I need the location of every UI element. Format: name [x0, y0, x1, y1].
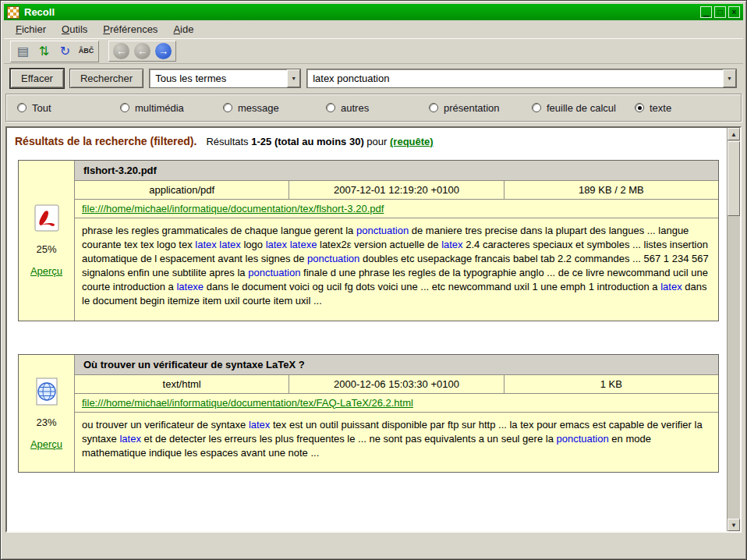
result-side-panel: 23%Aperçu: [19, 355, 75, 473]
result-url-row: file:///home/michael/informatique/docume…: [75, 200, 718, 218]
search-row: Effacer Rechercher Tous les termes ▼ ▼: [4, 64, 743, 92]
highlighted-term: ponctuation: [356, 225, 409, 236]
filter-label-tout: Tout: [32, 102, 51, 114]
result-url-link[interactable]: file:///home/michael/informatique/docume…: [82, 397, 413, 409]
result-main: flshort-3.20.pdfapplication/pdf2007-12-0…: [75, 161, 718, 321]
minimize-button[interactable]: ▁: [700, 6, 712, 18]
abstract-text: ou trouver un verificateur de syntaxe: [82, 419, 249, 431]
filter-label-multimedia: multimédia: [135, 102, 184, 114]
clear-button[interactable]: Effacer: [10, 69, 64, 88]
search-mode-select[interactable]: Tous les termes ▼: [149, 69, 301, 88]
radio-autres-icon[interactable]: [326, 103, 335, 112]
tools-menu[interactable]: Outils: [55, 22, 94, 37]
mode-chevron-down-icon[interactable]: ▼: [287, 69, 300, 87]
highlighted-term: latex: [249, 419, 270, 431]
nav-first-page-icon[interactable]: ←: [113, 43, 129, 59]
scrollbar-thumb[interactable]: [728, 141, 740, 216]
close-button[interactable]: ×: [728, 6, 740, 18]
result-main: Où trouver un vérificateur de syntaxe La…: [75, 355, 718, 473]
search-mode-value: Tous les termes: [150, 73, 287, 84]
result-title: flshort-3.20.pdf: [75, 161, 718, 181]
app-icon: [7, 6, 19, 19]
filter-multimedia[interactable]: multimédia: [120, 102, 223, 114]
result-title: Où trouver un vérificateur de syntaxe La…: [75, 355, 718, 375]
history-icon[interactable]: ↻: [55, 43, 75, 60]
highlighted-term: ponctuation: [556, 433, 608, 445]
abstract-text: et de detecter les erreurs les plus freq…: [141, 433, 557, 445]
menubar: FichierOutilsPréférencesAide: [4, 20, 743, 38]
window-controls: ▁ □ ×: [700, 6, 740, 18]
filter-label-presentation: présentation: [444, 102, 500, 114]
maximize-button[interactable]: □: [714, 6, 726, 18]
preview-link[interactable]: Aperçu: [30, 265, 62, 277]
abstract-text: logo: [241, 239, 266, 250]
filter-message[interactable]: message: [223, 102, 326, 114]
abstract-text: latex2ε version actuelle de: [317, 239, 441, 250]
highlighted-term: latexe: [176, 281, 204, 292]
filter-texte[interactable]: texte: [635, 102, 671, 114]
radio-presentation-icon[interactable]: [429, 103, 438, 112]
toolbar-group-2: ←←→: [108, 41, 176, 62]
results-list: 25%Aperçuflshort-3.20.pdfapplication/pdf…: [13, 160, 720, 473]
titlebar[interactable]: Recoll ▁ □ ×: [4, 4, 743, 20]
result-url-link[interactable]: file:///home/michael/informatique/docume…: [82, 203, 384, 214]
preview-link[interactable]: Aperçu: [30, 438, 62, 450]
toolbar: ▤⇅↻ÂBĈ←←→: [4, 38, 743, 64]
query-link[interactable]: (requête): [390, 136, 434, 147]
results-scroll-region: Résultats de la recherche (filtered).Rés…: [7, 128, 727, 531]
result-item: 25%Aperçuflshort-3.20.pdfapplication/pdf…: [18, 160, 719, 321]
result-mime-type: text/html: [75, 375, 289, 393]
filter-presentation[interactable]: présentation: [429, 102, 532, 114]
query-input[interactable]: [307, 69, 723, 87]
result-mime-type: application/pdf: [75, 181, 289, 199]
result-url-row: file:///home/michael/informatique/docume…: [75, 394, 718, 413]
radio-multimedia-icon[interactable]: [120, 103, 129, 112]
scroll-down-icon[interactable]: ▼: [728, 519, 740, 531]
abstract-text: phrase les regles grammaticales de chaqu…: [82, 225, 356, 236]
highlighted-term: ponctuation: [307, 253, 359, 264]
highlighted-term: latex: [660, 281, 682, 292]
toolbar-group-1: ▤⇅↻ÂBĈ: [10, 41, 99, 62]
search-button[interactable]: Rechercher: [69, 69, 143, 88]
results-pour-label: pour: [366, 136, 387, 147]
result-date: 2007-12-01 12:19:20 +0100: [289, 181, 504, 199]
term-explorer-icon[interactable]: ÂBĈ: [76, 43, 96, 60]
nav-prev-page-icon[interactable]: ←: [134, 43, 150, 59]
pdf-icon: [33, 204, 61, 233]
radio-tout-icon[interactable]: [17, 103, 27, 112]
radio-feuille-de-calcul-icon[interactable]: [532, 103, 541, 112]
filter-label-message: message: [238, 102, 279, 114]
query-chevron-down-icon[interactable]: ▼: [723, 69, 736, 87]
html-icon: [33, 377, 61, 406]
query-combo: ▼: [306, 69, 737, 88]
results-header: Résultats de la recherche (filtered).Rés…: [13, 133, 720, 154]
filter-label-texte: texte: [650, 102, 671, 114]
highlighted-term: ponctuation: [248, 267, 300, 278]
results-range: 1-25 (total au moins 30): [251, 136, 363, 147]
filter-feuille-de-calcul[interactable]: feuille de calcul: [532, 102, 635, 114]
result-size: 1 KB: [504, 375, 718, 393]
clear-search-icon[interactable]: ▤: [13, 43, 33, 60]
vertical-scrollbar[interactable]: ▲ ▼: [727, 128, 740, 531]
relevance-percent: 23%: [36, 416, 56, 428]
filter-autres[interactable]: autres: [326, 102, 429, 114]
result-meta-row: text/html2000-12-06 15:03:30 +01001 KB: [75, 375, 718, 394]
result-date: 2000-12-06 15:03:30 +0100: [289, 375, 504, 393]
results-count-label: Résultats: [206, 136, 248, 147]
filter-tout[interactable]: Tout: [17, 102, 120, 114]
category-filter: Toutmultimédiamessageautresprésentationf…: [5, 94, 742, 122]
highlighted-term: latex latex: [195, 239, 241, 250]
result-side-panel: 25%Aperçu: [19, 161, 75, 321]
result-meta-row: application/pdf2007-12-01 12:19:20 +0100…: [75, 181, 718, 200]
nav-next-page-icon[interactable]: →: [155, 43, 172, 59]
scroll-up-icon[interactable]: ▲: [728, 128, 740, 140]
update-index-icon[interactable]: ⇅: [34, 43, 54, 60]
file-menu[interactable]: Fichier: [9, 22, 53, 37]
radio-texte-icon[interactable]: [635, 103, 644, 112]
radio-message-icon[interactable]: [223, 103, 232, 112]
preferences-menu[interactable]: Préférences: [96, 22, 165, 37]
relevance-percent: 25%: [36, 243, 56, 255]
highlighted-term: latex: [119, 433, 140, 445]
help-menu[interactable]: Aide: [166, 22, 200, 37]
highlighted-term: latex: [441, 239, 462, 250]
